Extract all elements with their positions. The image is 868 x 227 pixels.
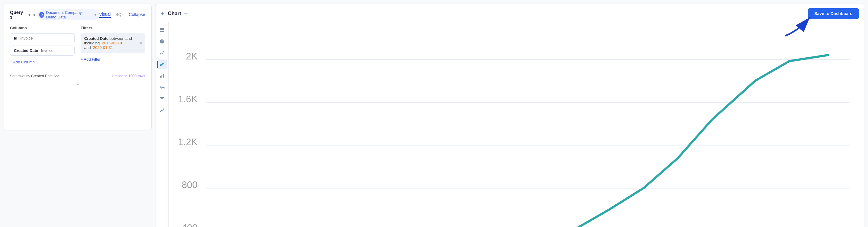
filter-close-icon[interactable]: ×	[140, 41, 142, 45]
columns-section: Columns Id Invoice Created Date Invoice …	[10, 26, 74, 65]
pie-chart-icon[interactable]	[157, 36, 167, 46]
limited-rows-label: Limited to 1000 rows	[112, 74, 145, 78]
chart-type-sidebar	[155, 22, 169, 227]
panel-footer: Sort rows by Created Date Asc Limited to…	[10, 71, 145, 78]
filters-label: Filters	[81, 26, 145, 30]
filter-key: Created Date	[84, 36, 108, 41]
filter-date2: 2020-01-31	[93, 45, 113, 50]
sort-label: Sort rows by Created Date Asc	[10, 74, 59, 78]
filter-created-date: Created Date between and including 2016-…	[81, 33, 145, 53]
wave-icon[interactable]	[157, 83, 167, 92]
add-filter-link[interactable]: + Add Filter	[81, 57, 100, 62]
datasource-name: Document Company Demo Data	[46, 10, 92, 19]
add-column-link[interactable]: + Add Column	[10, 60, 35, 64]
tab-collapse[interactable]: Collapse	[129, 12, 145, 18]
line-chart-icon[interactable]	[157, 60, 167, 69]
svg-rect-4	[160, 76, 161, 77]
scatter-icon[interactable]	[157, 105, 167, 115]
svg-rect-6	[163, 74, 164, 77]
filter-icon[interactable]	[157, 94, 167, 103]
svg-text:2K: 2K	[186, 51, 197, 62]
svg-rect-1	[160, 28, 164, 29]
filters-section: Filters Created Date between and includi…	[81, 26, 145, 65]
chart-main-content: 0 400 800 1.2K 1.6K 2K Jan 2017 Aug 2017…	[155, 22, 864, 227]
tab-sql[interactable]: SQL	[116, 12, 124, 18]
panel-body: Columns Id Invoice Created Date Invoice …	[10, 26, 145, 65]
sort-value: Created Date Asc	[31, 74, 59, 78]
bar-chart-icon[interactable]	[157, 71, 167, 80]
svg-point-14	[163, 108, 164, 109]
svg-text:1.2K: 1.2K	[178, 137, 197, 147]
svg-rect-3	[160, 31, 164, 32]
datasource-icon: D	[39, 12, 44, 18]
svg-point-12	[162, 110, 163, 111]
datasource-selector[interactable]: D Document Company Demo Data ▾	[37, 9, 99, 20]
line-chart-svg: 0 400 800 1.2K 1.6K 2K Jan 2017 Aug 2017…	[172, 25, 858, 227]
area-chart-icon[interactable]	[157, 48, 167, 58]
chevron-down-icon: ▾	[94, 13, 96, 17]
tab-visual[interactable]: Visual	[99, 12, 111, 18]
svg-rect-9	[161, 100, 163, 100]
svg-point-11	[161, 110, 162, 111]
chart-title-group: ✦ Chart ✏	[160, 10, 188, 17]
column-createddate-invoice[interactable]: Created Date Invoice	[10, 45, 74, 56]
collapse-arrow[interactable]: ⌄	[10, 78, 145, 89]
svg-rect-8	[161, 98, 163, 99]
pencil-icon[interactable]: ✏	[184, 11, 188, 16]
filter-date1: 2016-02-19	[102, 41, 122, 45]
svg-text:400: 400	[182, 223, 197, 227]
svg-rect-2	[160, 29, 164, 30]
query-title-group: Query 1 from D Document Company Demo Dat…	[10, 9, 99, 20]
svg-rect-7	[160, 97, 164, 98]
column-id-invoice[interactable]: Id Invoice	[10, 33, 74, 43]
query-name: Query 1	[10, 10, 24, 20]
column-id-sub: Invoice	[20, 36, 33, 40]
chart-title: Chart	[168, 10, 181, 17]
view-tabs: Visual SQL Collapse	[99, 12, 145, 18]
column-id-bold: Id	[14, 36, 18, 40]
chart-header: ✦ Chart ✏ Save to Dashboard	[155, 4, 864, 22]
filter-and-text: and	[84, 45, 91, 50]
svg-rect-5	[161, 75, 162, 77]
save-to-dashboard-button[interactable]: Save to Dashboard	[808, 8, 859, 19]
query-builder-panel: Query 1 from D Document Company Demo Dat…	[4, 4, 152, 130]
svg-text:1.6K: 1.6K	[178, 94, 197, 104]
columns-label: Columns	[10, 26, 74, 30]
svg-text:800: 800	[182, 180, 197, 190]
table-icon[interactable]	[157, 25, 167, 35]
sparkles-icon: ✦	[160, 10, 165, 17]
chart-display-area: 0 400 800 1.2K 1.6K 2K Jan 2017 Aug 2017…	[169, 22, 864, 227]
from-label: from	[27, 12, 35, 17]
column-date-sub: Invoice	[41, 48, 54, 53]
svg-point-10	[160, 111, 161, 112]
column-date-bold: Created Date	[14, 48, 38, 53]
chart-panel: ✦ Chart ✏ Save to Dashboard	[155, 4, 864, 227]
query-header: Query 1 from D Document Company Demo Dat…	[10, 9, 145, 20]
